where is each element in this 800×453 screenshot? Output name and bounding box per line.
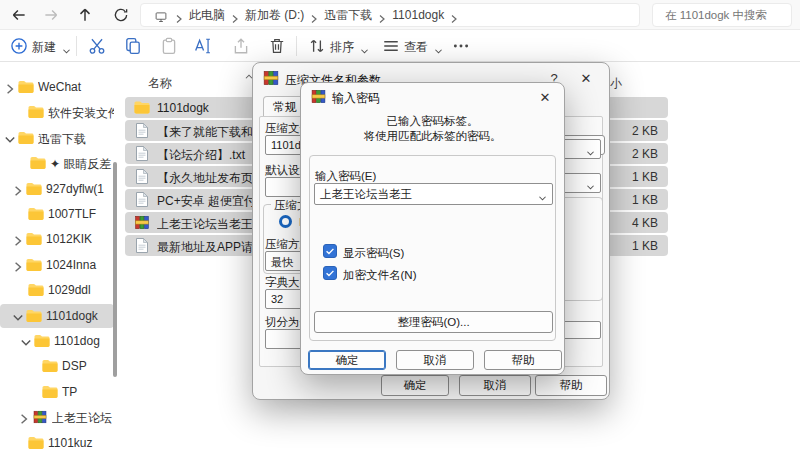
password-message-line1: 已输入密码标签。 (301, 114, 564, 129)
sidebar-item-label: 1101kuz (48, 436, 114, 450)
sidebar-item[interactable]: 上老王论坛 (0, 405, 114, 429)
cut-icon[interactable] (88, 37, 106, 55)
toolbar: 新建 排序 查看 (0, 30, 800, 62)
share-icon[interactable] (232, 37, 250, 55)
chevron-down-icon[interactable] (4, 132, 16, 144)
chevron-placeholder (14, 106, 26, 118)
sort-button[interactable]: 排序 (330, 39, 354, 56)
sidebar-item[interactable]: 迅雷下载 (0, 126, 114, 150)
sidebar-item[interactable]: 1101kuz (0, 431, 114, 453)
sidebar-item[interactable]: 1101dogk (0, 304, 114, 328)
forward-icon[interactable] (42, 6, 60, 24)
chevron-right-icon[interactable] (12, 259, 24, 271)
sidebar-item[interactable]: TP (0, 380, 114, 404)
folder-icon (26, 309, 42, 323)
sidebar-item[interactable]: 1029ddl (0, 278, 114, 302)
chevron-placeholder (28, 360, 40, 372)
view-icon[interactable] (382, 37, 400, 55)
chevron-right-icon (230, 10, 240, 20)
ok-button[interactable]: 确定 (381, 375, 449, 396)
sort-icon[interactable] (308, 37, 326, 55)
sidebar-item[interactable]: DSP (0, 354, 114, 378)
breadcrumb-item[interactable]: 1101dogk (392, 8, 444, 22)
sidebar-item[interactable]: 1024Inna (0, 253, 114, 277)
format-radio-rar[interactable] (279, 215, 292, 228)
ok-button[interactable]: 确定 (308, 350, 386, 370)
sidebar-item[interactable]: 1101dog (0, 329, 114, 353)
chevron-down-icon[interactable] (434, 41, 443, 48)
back-icon[interactable] (10, 6, 28, 24)
this-pc-icon[interactable] (154, 9, 168, 21)
txt-icon (134, 123, 150, 138)
folder-icon (26, 232, 42, 246)
sidebar-item-label: 1012KIK (46, 232, 114, 246)
breadcrumb-item[interactable]: 此电脑 (189, 7, 225, 24)
view-button[interactable]: 查看 (404, 39, 428, 56)
chevron-right-icon[interactable] (18, 411, 30, 423)
folder-icon (42, 385, 58, 399)
encrypt-names-label: 加密文件名(N) (343, 268, 416, 283)
more-icon[interactable] (452, 37, 470, 55)
sidebar-item[interactable]: 1012KIK (0, 227, 114, 251)
sidebar-item[interactable]: WeChat (0, 75, 114, 99)
address-bar: 此电脑新加卷 (D:)迅雷下载1101dogk (0, 0, 800, 30)
password-input[interactable]: 上老王论坛当老王 (314, 183, 553, 205)
folder-icon (34, 334, 50, 348)
help-button[interactable]: 帮助 (484, 350, 562, 370)
sidebar-item[interactable]: 1007TLF (0, 202, 114, 226)
sidebar-item[interactable]: ✦ 眼睛反差 (0, 151, 114, 175)
sidebar-item-label: 1101dog (54, 334, 114, 348)
breadcrumb-item[interactable]: 新加卷 (D:) (245, 7, 304, 24)
folder-icon (18, 131, 34, 145)
copy-icon[interactable] (124, 37, 142, 55)
sidebar-item-label: 1101dogk (46, 309, 114, 323)
chevron-right-icon[interactable] (4, 81, 16, 93)
show-password-checkbox[interactable] (323, 244, 337, 258)
breadcrumb-item[interactable]: 迅雷下载 (324, 7, 372, 24)
file-size: 2 KB (632, 147, 658, 161)
folder-icon (26, 258, 42, 272)
new-plus-icon[interactable] (10, 37, 28, 55)
encrypt-names-checkbox[interactable] (323, 266, 337, 280)
help-button[interactable]: 帮助 (535, 375, 607, 396)
close-icon[interactable]: ✕ (536, 90, 554, 105)
chevron-right-icon[interactable] (12, 183, 24, 195)
chevron-down-icon[interactable] (360, 41, 369, 48)
folder-icon (26, 182, 42, 196)
sidebar-item[interactable]: 软件安装文件 (0, 100, 114, 124)
chevron-placeholder (16, 157, 28, 169)
folder-icon (28, 436, 44, 450)
folder-icon (28, 207, 44, 221)
refresh-icon[interactable] (112, 6, 130, 24)
sidebar-scrollbar[interactable] (113, 162, 117, 377)
up-icon[interactable] (76, 6, 94, 24)
file-size: 4 KB (632, 216, 658, 230)
sidebar-item[interactable]: 927dyflw(1 (0, 177, 114, 201)
sidebar-tree: WeChat软件安装文件迅雷下载✦ 眼睛反差927dyflw(11007TLF1… (0, 62, 120, 453)
txt-icon (134, 192, 150, 207)
winrar-icon (263, 70, 279, 86)
sidebar-item-label: 1024Inna (46, 258, 114, 272)
folder-icon (30, 156, 46, 170)
chevron-down-icon (586, 147, 595, 154)
search-input[interactable] (653, 4, 791, 26)
chevron-down-icon[interactable] (20, 335, 32, 347)
sidebar-item-label: WeChat (38, 80, 114, 94)
cancel-button[interactable]: 取消 (459, 375, 531, 396)
organize-passwords-button[interactable]: 整理密码(O)... (314, 311, 553, 333)
new-button[interactable]: 新建 (32, 39, 56, 56)
delete-icon[interactable] (268, 37, 286, 55)
column-header-name[interactable]: 名称 (148, 75, 172, 92)
sidebar-item-label: 1007TLF (48, 207, 114, 221)
rename-icon[interactable] (194, 37, 212, 55)
chevron-right-icon (377, 10, 387, 20)
chevron-down-icon[interactable] (62, 41, 71, 48)
chevron-down-icon[interactable] (12, 310, 24, 322)
breadcrumb: 此电脑新加卷 (D:)迅雷下载1101dogk (140, 3, 640, 27)
paste-icon[interactable] (160, 37, 178, 55)
close-icon[interactable]: ✕ (577, 71, 595, 86)
chevron-placeholder (14, 284, 26, 296)
chevron-right-icon[interactable] (12, 233, 24, 245)
cancel-button[interactable]: 取消 (396, 350, 474, 370)
search-box[interactable] (652, 3, 792, 27)
